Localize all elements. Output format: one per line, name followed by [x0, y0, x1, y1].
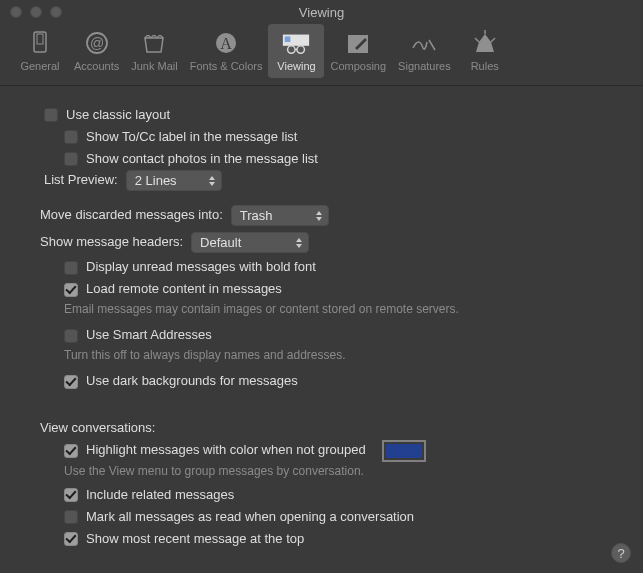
tab-label: Accounts: [74, 60, 119, 72]
remote-content-label: Load remote content in messages: [86, 279, 282, 300]
include-related-checkbox[interactable]: [64, 488, 78, 502]
move-discarded-value: Trash: [240, 206, 273, 227]
svg-text:@: @: [90, 35, 104, 51]
show-photos-label: Show contact photos in the message list: [86, 149, 318, 170]
tab-viewing[interactable]: Viewing: [268, 24, 324, 78]
minimize-icon[interactable]: [30, 6, 42, 18]
zoom-icon[interactable]: [50, 6, 62, 18]
mark-all-read-checkbox[interactable]: [64, 510, 78, 524]
tab-label: Signatures: [398, 60, 451, 72]
dark-bg-checkbox[interactable]: [64, 375, 78, 389]
tab-label: Rules: [471, 60, 499, 72]
highlight-color-swatch[interactable]: [382, 440, 426, 462]
tab-accounts[interactable]: @ Accounts: [68, 24, 125, 78]
recent-top-checkbox[interactable]: [64, 532, 78, 546]
viewing-icon: [279, 28, 313, 58]
mark-all-read-label: Mark all messages as read when opening a…: [86, 507, 414, 528]
close-icon[interactable]: [10, 6, 22, 18]
list-preview-label: List Preview:: [44, 170, 118, 191]
svg-rect-1: [37, 34, 43, 44]
help-button[interactable]: ?: [611, 543, 631, 563]
tab-general[interactable]: General: [12, 24, 68, 78]
tab-label: Junk Mail: [131, 60, 177, 72]
list-preview-select[interactable]: 2 Lines: [126, 170, 222, 191]
tab-rules[interactable]: Rules: [457, 24, 513, 78]
headers-label: Show message headers:: [40, 232, 183, 253]
highlight-subtext: Use the View menu to group messages by c…: [44, 462, 615, 481]
tab-junkmail[interactable]: Junk Mail: [125, 24, 183, 78]
tab-fonts-colors[interactable]: A Fonts & Colors: [184, 24, 269, 78]
recent-top-label: Show most recent message at the top: [86, 529, 304, 550]
bold-unread-checkbox[interactable]: [64, 261, 78, 275]
highlight-checkbox[interactable]: [64, 444, 78, 458]
rules-icon: [468, 28, 502, 58]
stepper-icon: [312, 206, 326, 225]
remote-content-checkbox[interactable]: [64, 283, 78, 297]
window-title: Viewing: [0, 5, 643, 20]
svg-point-9: [297, 46, 305, 54]
general-icon: [23, 28, 57, 58]
junk-icon: [137, 28, 171, 58]
tab-label: Viewing: [277, 60, 315, 72]
dark-bg-label: Use dark backgrounds for messages: [86, 371, 298, 392]
signatures-icon: [407, 28, 441, 58]
classic-layout-label: Use classic layout: [66, 105, 170, 126]
show-photos-checkbox[interactable]: [64, 152, 78, 166]
preferences-window: Viewing General @ Accounts Junk Mail A F…: [0, 0, 643, 573]
conversations-heading: View conversations:: [40, 418, 155, 439]
tab-label: Composing: [330, 60, 386, 72]
accounts-icon: @: [80, 28, 114, 58]
tab-label: Fonts & Colors: [190, 60, 263, 72]
svg-text:A: A: [220, 35, 232, 52]
bold-unread-label: Display unread messages with bold font: [86, 257, 316, 278]
svg-rect-11: [348, 35, 368, 53]
stepper-icon: [205, 171, 219, 190]
smart-addresses-subtext: Turn this off to always display names an…: [44, 346, 615, 365]
move-discarded-label: Move discarded messages into:: [40, 205, 223, 226]
show-tocc-checkbox[interactable]: [64, 130, 78, 144]
show-tocc-label: Show To/Cc label in the message list: [86, 127, 297, 148]
titlebar: Viewing: [0, 0, 643, 24]
headers-select[interactable]: Default: [191, 232, 309, 253]
svg-point-8: [288, 46, 296, 54]
tab-composing[interactable]: Composing: [324, 24, 392, 78]
stepper-icon: [292, 233, 306, 252]
help-icon: ?: [617, 546, 624, 561]
headers-value: Default: [200, 233, 241, 254]
prefs-toolbar: General @ Accounts Junk Mail A Fonts & C…: [0, 24, 643, 86]
highlight-label: Highlight messages with color when not g…: [86, 440, 366, 461]
smart-addresses-checkbox[interactable]: [64, 329, 78, 343]
classic-layout-checkbox[interactable]: [44, 108, 58, 122]
svg-rect-7: [285, 36, 291, 42]
smart-addresses-label: Use Smart Addresses: [86, 325, 212, 346]
window-controls: [10, 6, 62, 18]
tab-signatures[interactable]: Signatures: [392, 24, 457, 78]
list-preview-value: 2 Lines: [135, 171, 177, 192]
move-discarded-select[interactable]: Trash: [231, 205, 329, 226]
fonts-icon: A: [209, 28, 243, 58]
content-area: Use classic layout Show To/Cc label in t…: [0, 86, 643, 568]
remote-content-subtext: Email messages may contain images or con…: [44, 300, 615, 319]
include-related-label: Include related messages: [86, 485, 234, 506]
tab-label: General: [20, 60, 59, 72]
composing-icon: [341, 28, 375, 58]
svg-rect-0: [34, 32, 46, 52]
